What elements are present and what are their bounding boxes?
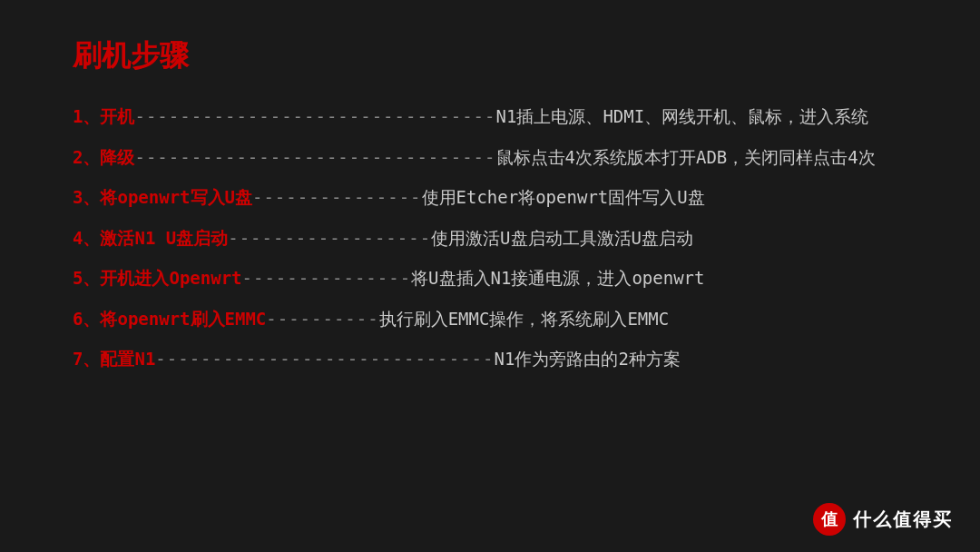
list-item: 5、开机进入Openwrt---------------将U盘插入N1接通电源，… [73, 265, 907, 291]
list-item: 6、将openwrt刷入EMMC----------执行刷入EMMC操作，将系统… [73, 306, 907, 332]
step-desc: N1插上电源、HDMI、网线开机、鼠标，进入系统 [496, 104, 869, 130]
step-dots: ------------------ [228, 225, 431, 251]
step-dots: ---------- [266, 306, 378, 332]
step-number: 7、配置N1 [73, 346, 155, 372]
watermark-logo: 值 [813, 503, 846, 536]
list-item: 4、激活N1 U盘启动------------------使用激活U盘启动工具激… [73, 225, 907, 251]
page-title: 刷机步骤 [73, 36, 907, 76]
step-desc: 使用激活U盘启动工具激活U盘启动 [431, 225, 693, 251]
step-desc: N1作为旁路由的2种方案 [495, 346, 681, 372]
step-number: 1、开机 [73, 104, 134, 130]
step-desc: 鼠标点击4次系统版本打开ADB，关闭同样点击4次 [496, 144, 876, 171]
step-desc: 使用Etcher将openwrt固件写入U盘 [422, 184, 705, 211]
step-number: 4、激活N1 U盘启动 [73, 225, 228, 251]
step-number: 2、降级 [73, 144, 134, 171]
list-item: 3、将openwrt写入U盘---------------使用Etcher将op… [73, 184, 907, 211]
list-item: 7、配置N1------------------------------N1作为… [73, 346, 907, 372]
step-desc: 执行刷入EMMC操作，将系统刷入EMMC [379, 306, 670, 332]
step-dots: ------------------------------ [155, 346, 494, 372]
watermark-text: 什么值得买 [853, 508, 953, 532]
step-dots: --------------- [252, 184, 422, 211]
step-number: 6、将openwrt刷入EMMC [73, 306, 266, 332]
step-dots: -------------------------------- [134, 104, 495, 130]
watermark: 值 什么值得买 [813, 503, 953, 536]
step-number: 5、开机进入Openwrt [73, 265, 242, 291]
step-number: 3、将openwrt写入U盘 [73, 184, 252, 211]
step-desc: 将U盘插入N1接通电源，进入openwrt [411, 265, 704, 291]
list-item: 2、降级--------------------------------鼠标点击… [73, 144, 907, 171]
main-container: 刷机步骤 1、开机-------------------------------… [0, 0, 980, 552]
list-item: 1、开机--------------------------------N1插上… [73, 104, 907, 130]
step-dots: -------------------------------- [134, 144, 495, 171]
steps-list: 1、开机--------------------------------N1插上… [73, 104, 907, 372]
step-dots: --------------- [242, 265, 412, 291]
